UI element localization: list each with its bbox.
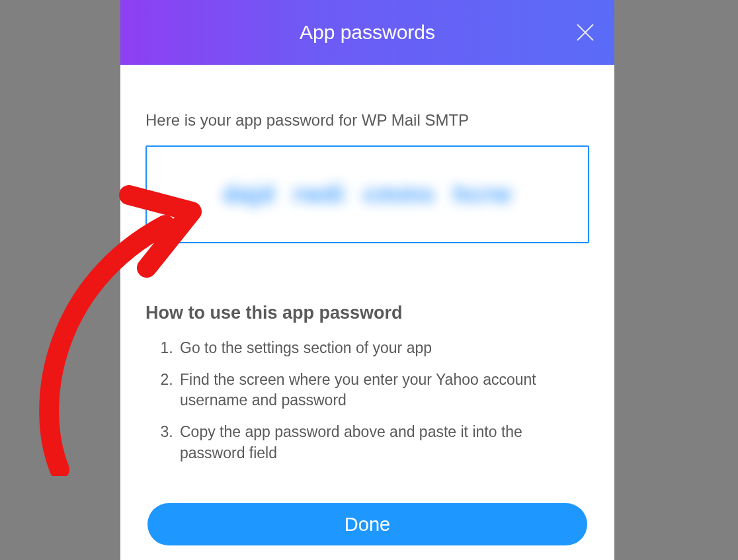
howto-step-2: Find the screen where you enter your Yah… [177, 370, 589, 411]
password-chunk-1: dajd [223, 180, 274, 208]
done-button[interactable]: Done [147, 503, 587, 545]
howto-title: How to use this app password [145, 303, 589, 323]
password-chunk-2: rwdi [293, 180, 345, 208]
password-chunk-4: hcrw [454, 180, 512, 208]
app-password-box[interactable]: dajd rwdi cmms hcrw [145, 145, 589, 243]
modal-header: App passwords [120, 0, 614, 65]
howto-step-1: Go to the settings section of your app [177, 338, 589, 359]
modal-title: App passwords [300, 21, 435, 44]
app-password-modal: App passwords Here is your app password … [120, 0, 614, 560]
modal-body: Here is your app password for WP Mail SM… [120, 65, 614, 464]
howto-list: Go to the settings section of your app F… [145, 338, 589, 464]
intro-text: Here is your app password for WP Mail SM… [145, 111, 589, 130]
close-icon[interactable] [573, 20, 597, 44]
howto-step-3: Copy the app password above and paste it… [177, 422, 589, 463]
password-chunk-3: cmms [363, 180, 434, 208]
